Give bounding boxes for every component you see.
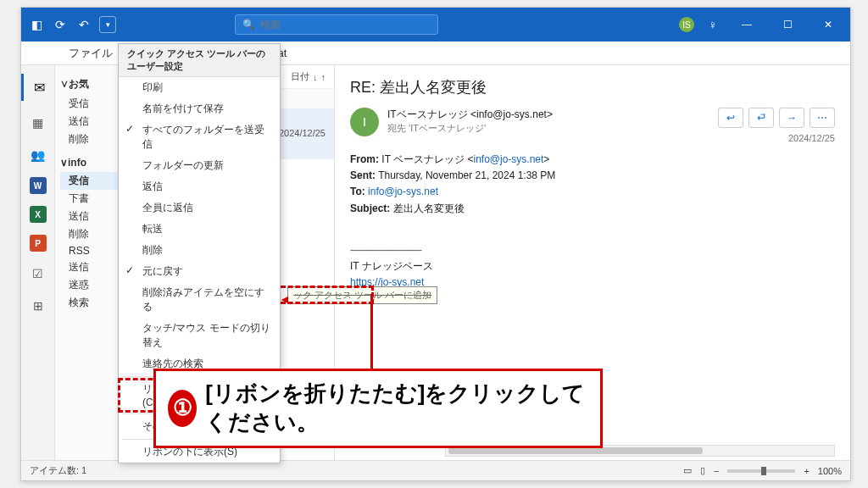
body-sent-label: Sent:: [350, 169, 376, 181]
menu-title: クイック アクセス ツール バーのユーザー設定: [119, 44, 280, 77]
view-normal-icon[interactable]: ▭: [683, 465, 692, 476]
body-to-label: To:: [350, 186, 365, 197]
zoom-out-icon[interactable]: −: [714, 466, 719, 476]
undo-icon[interactable]: ↶: [75, 16, 92, 33]
sort-arrow-icon[interactable]: ↑: [321, 72, 326, 82]
menu-item-updatefolder[interactable]: フォルダーの更新: [119, 155, 280, 176]
zoom-in-icon[interactable]: +: [804, 466, 809, 476]
scrollbar-handle[interactable]: [448, 447, 703, 454]
search-icon: 🔍: [242, 19, 255, 30]
body-from-label: From:: [350, 153, 379, 165]
todo-rail-button[interactable]: ☑: [28, 263, 48, 284]
more-actions-button[interactable]: ⋯: [810, 108, 835, 128]
user-avatar[interactable]: IS: [679, 17, 694, 32]
body-subj-value: 差出人名変更後: [393, 202, 465, 214]
message-date: 2024/12/25: [788, 133, 835, 143]
more-rail-button[interactable]: ⊞: [28, 296, 48, 316]
outlook-icon: ◧: [28, 16, 45, 33]
annotation-highlight-extension: [281, 286, 374, 304]
sender-line: ITベースナレッジ <info@jo-sys.net>: [387, 108, 553, 122]
menu-item-emptydeleted[interactable]: 削除済みアイテムを空にする: [119, 282, 280, 318]
body-sent-value: Thursday, November 21, 2024 1:38 PM: [378, 169, 555, 181]
search-input[interactable]: [260, 19, 431, 30]
qat-dropdown-button[interactable]: ▾: [99, 16, 116, 33]
menu-item-touchmouse[interactable]: タッチ/マウス モードの切り替え: [119, 318, 280, 353]
file-tab[interactable]: ファイル: [69, 46, 113, 61]
people-rail-button[interactable]: 👥: [28, 145, 48, 165]
zoom-value: 100%: [818, 466, 842, 476]
body-from-value: IT ベースナレッジ <: [381, 153, 473, 165]
forward-button[interactable]: →: [779, 108, 804, 128]
body-to-email[interactable]: info@jo-sys.net: [368, 186, 438, 197]
word-app-icon[interactable]: W: [30, 177, 47, 194]
leftrail: ✉ ▦ 👥 W X P ☑ ⊞: [21, 65, 55, 460]
sig-name: IT ナレッジベース: [350, 258, 835, 274]
calendar-rail-button[interactable]: ▦: [28, 113, 48, 133]
sendreceive-icon[interactable]: ⟳: [52, 16, 69, 33]
powerpoint-app-icon[interactable]: P: [30, 235, 47, 252]
to-value: 'ITベースナレッジ': [409, 123, 486, 133]
menu-item-forward[interactable]: 転送: [119, 219, 280, 240]
minimize-button[interactable]: —: [732, 8, 762, 42]
sort-label[interactable]: 日付: [291, 70, 309, 83]
search-box[interactable]: 🔍: [235, 14, 438, 35]
body-subj-label: Subject:: [350, 202, 390, 214]
menu-item-delete[interactable]: 削除: [119, 240, 280, 261]
sig-dashes: ----------------------------: [350, 242, 835, 258]
excel-app-icon[interactable]: X: [30, 206, 47, 223]
annotation-arrow-icon: ◄: [279, 292, 291, 306]
titlebar: ◧ ⟳ ↶ ▾ 🔍 IS ♀ — ☐ ✕: [21, 8, 850, 42]
reply-all-button[interactable]: ↩⃗: [748, 108, 774, 128]
menu-item-sendreceive[interactable]: すべてのフォルダーを送受信: [119, 119, 280, 155]
sort-direction-icon[interactable]: ↓: [313, 72, 318, 82]
instruction-callout: ① [リボンを折りたたむ]をクリックしてください。: [153, 369, 603, 448]
lightbulb-icon[interactable]: ♀: [704, 16, 721, 33]
callout-number: ①: [168, 390, 197, 427]
view-reading-icon[interactable]: ▯: [700, 465, 705, 476]
callout-connector: [370, 294, 373, 372]
menu-item-replyall[interactable]: 全員に返信: [119, 197, 280, 219]
callout-text: [リボンを折りたたむ]をクリックしてください。: [205, 380, 588, 437]
maximize-button[interactable]: ☐: [772, 8, 803, 42]
menu-item-undo[interactable]: 元に戻す: [119, 261, 280, 282]
sender-avatar: I: [350, 108, 379, 136]
zoom-slider[interactable]: [727, 469, 795, 473]
menu-item-print[interactable]: 印刷: [119, 77, 280, 98]
mail-date: 2024/12/25: [279, 128, 326, 141]
close-button[interactable]: ✕: [813, 8, 843, 42]
menu-item-saveas[interactable]: 名前を付けて保存: [119, 98, 280, 119]
message-subject: RE: 差出人名変更後: [350, 77, 835, 97]
outlook-window: ◧ ⟳ ↶ ▾ 🔍 IS ♀ — ☐ ✕ ファイル obat ✉ ▦ 👥 W X…: [20, 7, 851, 481]
item-count: アイテム数: 1: [30, 464, 86, 477]
to-label: 宛先: [387, 123, 406, 133]
menu-item-reply[interactable]: 返信: [119, 176, 280, 197]
message-body: From: IT ベースナレッジ <info@jo-sys.net> Sent:…: [350, 152, 835, 291]
reply-button[interactable]: ↩: [718, 108, 743, 128]
mail-rail-button[interactable]: ✉: [21, 74, 54, 101]
body-from-email[interactable]: info@jo-sys.net: [473, 153, 543, 165]
